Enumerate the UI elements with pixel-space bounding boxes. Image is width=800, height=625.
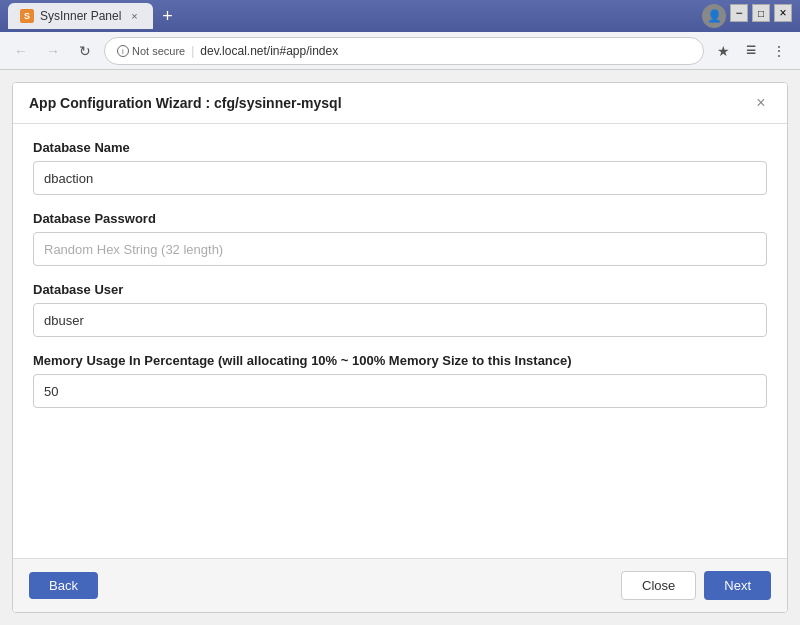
browser-content: App Configuration Wizard : cfg/sysinner-… bbox=[0, 70, 800, 625]
wizard-title: App Configuration Wizard : cfg/sysinner-… bbox=[29, 95, 342, 111]
address-text: dev.local.net/in#app/index bbox=[200, 44, 338, 58]
db-name-label: Database Name bbox=[33, 140, 767, 155]
memory-usage-label: Memory Usage In Percentage (will allocat… bbox=[33, 353, 767, 368]
form-group-memory-usage: Memory Usage In Percentage (will allocat… bbox=[33, 353, 767, 408]
reload-button[interactable]: ↻ bbox=[72, 38, 98, 64]
minimize-button[interactable]: − bbox=[730, 4, 748, 22]
window-close-button[interactable]: × bbox=[774, 4, 792, 22]
info-icon: i bbox=[117, 45, 129, 57]
form-group-db-name: Database Name bbox=[33, 140, 767, 195]
db-name-input[interactable] bbox=[33, 161, 767, 195]
wizard-footer: Back Close Next bbox=[13, 558, 787, 612]
forward-button[interactable]: → bbox=[40, 38, 66, 64]
bookmark-button[interactable]: ★ bbox=[710, 38, 736, 64]
db-password-label: Database Password bbox=[33, 211, 767, 226]
nav-bar: ← → ↻ i Not secure | dev.local.net/in#ap… bbox=[0, 32, 800, 70]
svg-text:i: i bbox=[122, 47, 124, 56]
db-user-input[interactable] bbox=[33, 303, 767, 337]
next-button[interactable]: Next bbox=[704, 571, 771, 600]
db-user-label: Database User bbox=[33, 282, 767, 297]
back-button[interactable]: Back bbox=[29, 572, 98, 599]
menu-button[interactable]: ⋮ bbox=[766, 38, 792, 64]
extensions-button[interactable]: ☰ bbox=[738, 38, 764, 64]
browser-titlebar: S SysInner Panel × + 👤 − □ × bbox=[0, 0, 800, 32]
nav-right-icons: ★ ☰ ⋮ bbox=[710, 38, 792, 64]
footer-right-buttons: Close Next bbox=[621, 571, 771, 600]
tab-label: SysInner Panel bbox=[40, 9, 121, 23]
wizard-header: App Configuration Wizard : cfg/sysinner-… bbox=[13, 83, 787, 124]
tab-bar: S SysInner Panel × + bbox=[8, 2, 181, 30]
maximize-button[interactable]: □ bbox=[752, 4, 770, 22]
form-group-db-user: Database User bbox=[33, 282, 767, 337]
active-tab[interactable]: S SysInner Panel × bbox=[8, 3, 153, 29]
wizard-panel: App Configuration Wizard : cfg/sysinner-… bbox=[12, 82, 788, 613]
window-controls: 👤 − □ × bbox=[702, 4, 792, 28]
close-button[interactable]: Close bbox=[621, 571, 696, 600]
new-tab-button[interactable]: + bbox=[153, 2, 181, 30]
tab-icon: S bbox=[20, 9, 34, 23]
tab-close-button[interactable]: × bbox=[127, 9, 141, 23]
wizard-body: Database Name Database Password Database… bbox=[13, 124, 787, 558]
memory-usage-input[interactable] bbox=[33, 374, 767, 408]
address-bar[interactable]: i Not secure | dev.local.net/in#app/inde… bbox=[104, 37, 704, 65]
form-group-db-password: Database Password bbox=[33, 211, 767, 266]
user-icon[interactable]: 👤 bbox=[702, 4, 726, 28]
not-secure-label: i Not secure bbox=[117, 45, 185, 57]
back-button[interactable]: ← bbox=[8, 38, 34, 64]
db-password-input[interactable] bbox=[33, 232, 767, 266]
wizard-close-icon-button[interactable]: × bbox=[751, 93, 771, 113]
